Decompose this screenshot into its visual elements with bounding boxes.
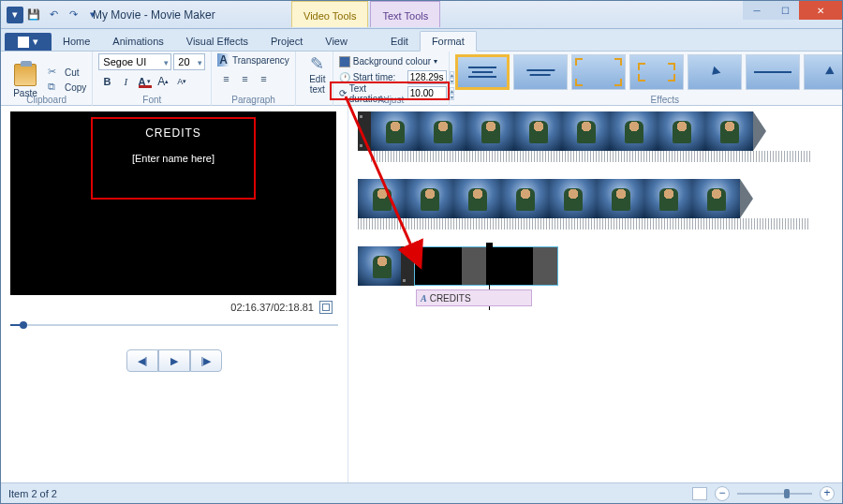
transparency-button[interactable]: Transparency xyxy=(217,53,288,67)
clip-thumbnail xyxy=(358,246,401,286)
italic-button[interactable]: I xyxy=(117,73,134,90)
align-right-button[interactable]: ≡ xyxy=(255,70,272,87)
align-left-button[interactable]: ≡ xyxy=(217,70,234,87)
effect-scroll-2[interactable] xyxy=(513,54,568,90)
clipboard-icon xyxy=(14,64,37,86)
annotation-highlight-credits: CREDITS [Enter name here] xyxy=(91,117,256,200)
effect-scroll-1[interactable] xyxy=(455,54,510,90)
zoom-in-button[interactable]: + xyxy=(820,486,835,501)
contextual-tabs: Video Tools Text Tools xyxy=(291,1,440,29)
seek-slider[interactable] xyxy=(10,321,338,329)
group-font: Segoe UI 20 B I A▾ A▴ A▾ Font xyxy=(93,52,212,106)
maximize-button[interactable]: ☐ xyxy=(771,1,799,20)
status-bar: Item 2 of 2 − + xyxy=(1,482,842,503)
title-bar: ▾ 💾 ↶ ↷ ▾ My Movie - Movie Maker Video T… xyxy=(1,1,842,29)
status-item-text: Item 2 of 2 xyxy=(8,488,57,499)
timeline-clip-1[interactable] xyxy=(358,111,833,151)
group-label-effects: Effects xyxy=(450,95,843,105)
preview-pane: CREDITS [Enter name here] 02:16.37/02:18… xyxy=(1,106,348,482)
playback-controls: ◀| ▶ |▶ xyxy=(10,349,338,372)
audio-waveform xyxy=(358,218,810,230)
start-time-input[interactable] xyxy=(407,70,447,84)
tab-home[interactable]: Home xyxy=(52,32,101,51)
next-frame-button[interactable]: |▶ xyxy=(190,349,222,372)
start-time-label: Start time: xyxy=(353,72,396,82)
copy-button[interactable]: Copy xyxy=(48,81,86,94)
font-family-combo[interactable]: Segoe UI xyxy=(98,53,171,70)
close-button[interactable]: ✕ xyxy=(799,1,842,20)
background-colour-button[interactable]: Background colour▾ xyxy=(339,53,443,69)
contextual-tab-text-tools[interactable]: Text Tools xyxy=(370,1,440,27)
fullscreen-icon[interactable] xyxy=(319,301,333,314)
play-button[interactable]: ▶ xyxy=(158,349,190,372)
group-label-font: Font xyxy=(93,95,211,105)
ribbon: Paste Cut Copy Clipboard Segoe UI 20 B I… xyxy=(1,52,842,106)
shrink-font-button[interactable]: A▾ xyxy=(173,73,190,90)
filmstrip-edge-icon xyxy=(401,246,414,286)
clip-continue-icon xyxy=(753,111,766,151)
effect-stretch[interactable] xyxy=(746,54,800,90)
window-controls: ─ ☐ ✕ xyxy=(743,1,842,20)
credits-placeholder-text[interactable]: [Enter name here] xyxy=(93,153,254,164)
credits-title-text: CREDITS xyxy=(93,126,254,140)
text-track-icon: A xyxy=(421,293,427,304)
grow-font-button[interactable]: A▴ xyxy=(155,73,171,90)
effect-zoom-in[interactable] xyxy=(571,54,626,90)
group-adjust: Background colour▾ 🕐Start time: ▴▾ ⟳Text… xyxy=(333,52,450,106)
tab-animations[interactable]: Animations xyxy=(101,32,174,51)
tab-view[interactable]: View xyxy=(314,32,359,51)
thumbnail-view-icon[interactable] xyxy=(692,487,707,500)
paint-bucket-icon xyxy=(339,56,350,67)
audio-waveform xyxy=(371,151,810,162)
timecode-row: 02:16.37/02:18.81 xyxy=(10,301,338,314)
font-size-combo[interactable]: 20 xyxy=(173,53,205,70)
scissors-icon xyxy=(48,66,61,79)
group-effects: ▴▾▿ Effects xyxy=(450,52,843,106)
ribbon-tabs: ▾ Home Animations Visual Effects Project… xyxy=(1,29,842,52)
group-label-clipboard: Clipboard xyxy=(1,95,92,105)
zoom-slider[interactable] xyxy=(737,493,812,495)
effect-swing[interactable] xyxy=(804,54,843,90)
undo-icon[interactable]: ↶ xyxy=(44,6,63,24)
redo-icon[interactable]: ↷ xyxy=(64,6,82,24)
tab-visual-effects[interactable]: Visual Effects xyxy=(175,32,259,51)
group-label-paragraph: Paragraph xyxy=(212,95,294,105)
zoom-out-button[interactable]: − xyxy=(715,486,730,501)
pencil-icon: ✎ xyxy=(310,53,324,74)
tab-project[interactable]: Project xyxy=(259,32,314,51)
timeline-pane[interactable]: A CREDITS xyxy=(348,106,842,482)
edit-text-button[interactable]: ✎ Edit text xyxy=(302,53,333,95)
timeline-credits-clip[interactable]: A CREDITS xyxy=(358,246,833,286)
group-edit-text: ✎ Edit text xyxy=(296,52,333,106)
group-label-adjust: Adjust xyxy=(333,95,449,105)
window-title: My Movie - Movie Maker xyxy=(93,8,215,22)
credits-text-track[interactable]: A CREDITS xyxy=(416,289,532,306)
copy-icon xyxy=(48,81,61,94)
filmstrip-edge-icon xyxy=(358,111,371,151)
group-clipboard: Paste Cut Copy Clipboard xyxy=(1,52,93,106)
effect-zoom-out[interactable] xyxy=(629,54,684,90)
align-center-button[interactable]: ≡ xyxy=(236,70,253,87)
contextual-tab-video-tools[interactable]: Video Tools xyxy=(291,1,368,27)
quick-access-toolbar: ▾ 💾 ↶ ↷ ▾ xyxy=(1,6,102,24)
minimize-button[interactable]: ─ xyxy=(743,1,771,20)
font-color-button[interactable]: A▾ xyxy=(136,73,153,90)
cut-button[interactable]: Cut xyxy=(48,66,86,79)
tab-edit[interactable]: Edit xyxy=(379,32,420,51)
group-paragraph: Transparency ≡ ≡ ≡ Paragraph xyxy=(212,52,295,106)
video-preview[interactable]: CREDITS [Enter name here] xyxy=(10,111,336,295)
clock-icon: 🕐 xyxy=(339,72,350,82)
content-area: CREDITS [Enter name here] 02:16.37/02:18… xyxy=(1,106,842,482)
save-icon[interactable]: 💾 xyxy=(24,6,43,24)
prev-frame-button[interactable]: ◀| xyxy=(126,349,158,372)
app-menu-icon[interactable]: ▾ xyxy=(7,7,23,23)
clip-continue-icon xyxy=(740,179,753,218)
file-tab[interactable]: ▾ xyxy=(5,33,52,51)
tab-format[interactable]: Format xyxy=(420,31,477,52)
timeline-clip-2[interactable] xyxy=(358,179,833,218)
timecode-text: 02:16.37/02:18.81 xyxy=(230,302,314,313)
effect-fly-in[interactable] xyxy=(688,54,742,90)
bold-button[interactable]: B xyxy=(98,73,115,90)
